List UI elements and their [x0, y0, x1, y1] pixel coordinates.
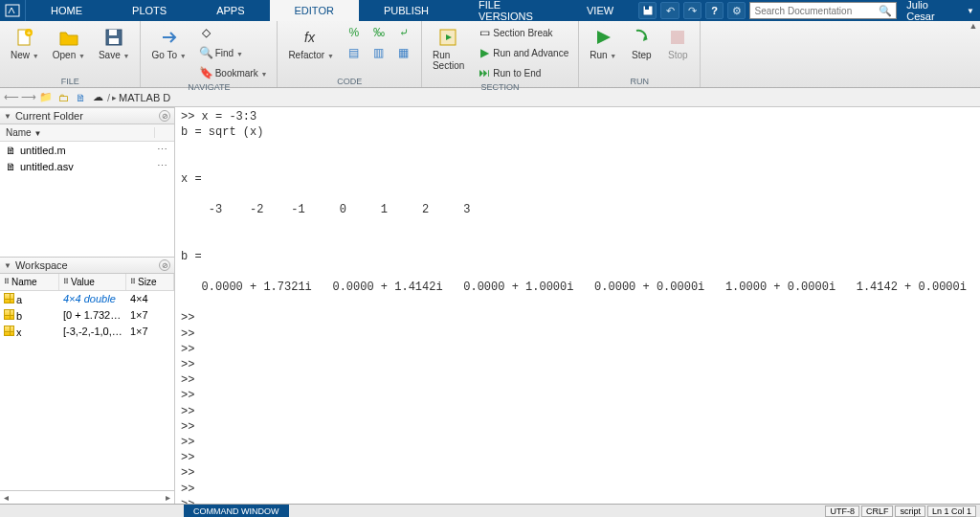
uncomment-icon[interactable]: ‰: [368, 23, 390, 42]
nav-back-icon[interactable]: ◇: [195, 23, 272, 42]
tab-editor[interactable]: EDITOR: [270, 0, 359, 21]
step-button[interactable]: Step: [625, 23, 657, 63]
section-break-button[interactable]: ▭Section Break: [473, 23, 572, 42]
section-break-icon: ▭: [477, 25, 492, 40]
workspace-row[interactable]: b[0 + 1.7321...1×7: [0, 307, 174, 324]
ribbon-group-navigate: Go To ▼ ◇ 🔍Find ▼ 🔖Bookmark ▼ NAVIGATE: [141, 21, 278, 87]
file-row[interactable]: 🗎untitled.m⋯: [0, 142, 174, 158]
command-window-label[interactable]: COMMAND WINDOW: [184, 505, 289, 517]
status-eol[interactable]: CRLF: [861, 506, 894, 517]
ribbon-group-section: Run Section ▭Section Break ▶Run and Adva…: [422, 21, 579, 87]
ribbon-collapse-icon[interactable]: ▲: [967, 21, 980, 87]
col-var-size[interactable]: ⠿Size: [126, 274, 174, 290]
stop-button[interactable]: Stop: [661, 23, 694, 63]
settings-icon[interactable]: ⚙: [727, 2, 746, 19]
col-var-name[interactable]: ⠿Name: [0, 274, 59, 290]
refactor-button[interactable]: fx Refactor ▼: [283, 23, 339, 63]
scroll-left-icon[interactable]: ◂: [4, 492, 9, 503]
indent-icon[interactable]: ▤: [343, 43, 366, 62]
main-area: ▼ Current Folder ⊘ Name ▼ 🗎untitled.m⋯🗎u…: [0, 107, 980, 504]
undo-icon[interactable]: ↶: [660, 2, 679, 19]
variable-icon: [4, 309, 14, 320]
run-advance-icon: ▶: [477, 45, 492, 60]
run-section-button[interactable]: Run Section: [428, 23, 469, 74]
nav-browse-icon[interactable]: 🗀: [56, 90, 71, 105]
tab-apps[interactable]: APPS: [191, 0, 269, 21]
bookmark-button[interactable]: 🔖Bookmark ▼: [195, 63, 272, 82]
search-icon[interactable]: 🔍: [879, 5, 892, 17]
redo-icon[interactable]: ↷: [683, 2, 702, 19]
status-encoding[interactable]: UTF-8: [825, 506, 859, 517]
current-folder-header[interactable]: ▼ Current Folder ⊘: [0, 107, 174, 124]
command-window: >> x = -3:3 b = sqrt (x) x = -3 -2 -1 0 …: [175, 107, 980, 504]
svg-rect-2: [645, 6, 649, 10]
path-sep-icon[interactable]: ▸: [112, 93, 117, 102]
tab-plots[interactable]: PLOTS: [107, 0, 191, 21]
comment-icon[interactable]: %: [343, 23, 366, 42]
nav-history-icon[interactable]: 🗎: [73, 90, 88, 105]
current-folder-panel: ▼ Current Folder ⊘ Name ▼ 🗎untitled.m⋯🗎u…: [0, 107, 174, 257]
var-size: 4×4: [126, 293, 174, 305]
nav-up-icon[interactable]: 📁: [38, 90, 54, 105]
save-button[interactable]: Save ▼: [94, 23, 135, 63]
tab-file-versions[interactable]: FILE VERSIONS: [454, 0, 562, 21]
col-var-value[interactable]: ⠿Value: [59, 274, 126, 290]
file-name: untitled.asv: [20, 161, 74, 172]
file-more-icon[interactable]: ⋯: [157, 144, 168, 156]
open-button[interactable]: Open ▼: [48, 23, 90, 63]
workspace-columns: ⠿Name ⠿Value ⠿Size: [0, 274, 174, 291]
tab-home[interactable]: HOME: [26, 0, 107, 21]
workspace-row[interactable]: x[-3,-2,-1,0,1...1×7: [0, 324, 174, 340]
tab-publish[interactable]: PUBLISH: [359, 0, 454, 21]
goto-button[interactable]: Go To ▼: [146, 23, 190, 63]
outdent-icon[interactable]: ▥: [368, 43, 390, 62]
file-list: 🗎untitled.m⋯🗎untitled.asv⋯: [0, 142, 174, 257]
save-all-icon[interactable]: [638, 2, 657, 19]
nav-back-button[interactable]: ⟵: [4, 90, 19, 105]
workspace-row[interactable]: a4×4 double4×4: [0, 291, 174, 307]
file-more-icon[interactable]: ⋯: [157, 160, 168, 172]
status-bar: COMMAND WINDOW UTF-8 CRLF script Ln 1 Co…: [0, 504, 980, 517]
path-segment[interactable]: MATLAB D: [119, 92, 170, 103]
run-to-end-button[interactable]: ⏭Run to End: [473, 63, 572, 82]
new-button[interactable]: + New ▼: [6, 23, 44, 63]
collapse-icon[interactable]: ▼: [4, 112, 11, 121]
command-output[interactable]: >> x = -3:3 b = sqrt (x) x = -3 -2 -1 0 …: [175, 107, 980, 504]
run-button[interactable]: Run ▼: [585, 23, 621, 63]
svg-rect-11: [671, 31, 684, 44]
nav-forward-button[interactable]: ⟶: [21, 90, 36, 105]
tab-view[interactable]: VIEW: [562, 0, 638, 21]
current-folder-title: Current Folder: [15, 110, 83, 122]
user-name[interactable]: Julio Cesar: [901, 0, 963, 22]
find-button[interactable]: 🔍Find ▼: [195, 43, 272, 62]
scroll-right-icon[interactable]: ▸: [166, 492, 170, 503]
user-dropdown-icon[interactable]: ▼: [967, 7, 974, 15]
var-value: 4×4 double: [59, 293, 126, 305]
search-documentation[interactable]: 🔍: [749, 2, 897, 19]
file-name: untitled.m: [20, 145, 66, 156]
var-name: b: [0, 309, 59, 322]
var-value: [-3,-2,-1,0,1...: [59, 326, 126, 338]
smart-indent-icon[interactable]: ▦: [392, 43, 415, 62]
run-section-icon: [437, 26, 460, 49]
var-name: a: [0, 293, 59, 305]
search-input[interactable]: [754, 6, 879, 16]
close-panel-icon[interactable]: ⊘: [159, 259, 170, 271]
help-icon[interactable]: ?: [705, 2, 724, 19]
var-value: [0 + 1.7321...: [59, 309, 126, 322]
wrap-comment-icon[interactable]: ⤶: [392, 23, 415, 42]
cloud-icon[interactable]: ☁: [90, 90, 105, 105]
sidebar-scrollbar[interactable]: ◂ ▸: [0, 490, 174, 504]
col-name[interactable]: Name ▼: [0, 127, 155, 138]
new-file-icon: +: [13, 26, 36, 49]
run-icon: [591, 26, 614, 49]
status-mode[interactable]: script: [895, 506, 925, 517]
run-advance-button[interactable]: ▶Run and Advance: [473, 43, 572, 62]
matlab-logo-icon: [0, 0, 26, 21]
close-panel-icon[interactable]: ⊘: [159, 110, 170, 122]
workspace-header[interactable]: ▼ Workspace ⊘: [0, 257, 174, 274]
stop-icon: [666, 26, 689, 49]
ribbon-group-code: fx Refactor ▼ % ‰ ⤶ ▤ ▥ ▦ CODE: [278, 21, 422, 87]
collapse-icon[interactable]: ▼: [4, 261, 11, 270]
file-row[interactable]: 🗎untitled.asv⋯: [0, 158, 174, 174]
